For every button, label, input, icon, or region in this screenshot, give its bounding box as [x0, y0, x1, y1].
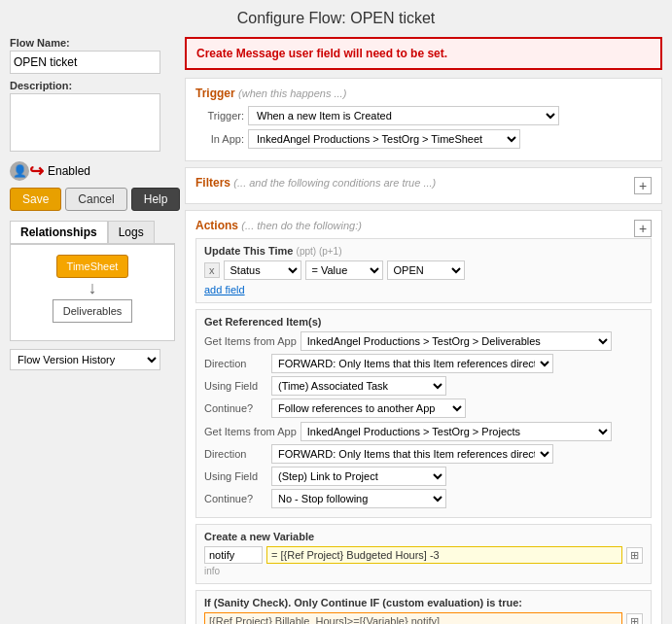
actions-section-header: Actions (... then do the following:)	[195, 219, 362, 232]
direction-label2: Direction	[204, 448, 267, 460]
flow-box-deliverables[interactable]: Deliverables	[53, 299, 133, 323]
action1-title: Update This Time (ppt) (p+1)	[204, 245, 643, 257]
description-label: Description:	[10, 80, 175, 91]
enabled-status-icon: ↪	[29, 160, 44, 182]
action2-field-select[interactable]: (Time) Associated Task	[271, 376, 446, 396]
get-items-app-label: Get Items from App	[204, 335, 297, 347]
add-field-link[interactable]: add field	[204, 284, 245, 295]
continue-label2: Continue?	[204, 493, 267, 504]
add-filter-button[interactable]: +	[634, 177, 652, 194]
action2b-direction-select[interactable]: FORWARD: Only Items that this Item refer…	[271, 444, 553, 464]
trigger-section-header: Trigger (when this happens ...)	[195, 87, 346, 100]
variable-name-input[interactable]	[204, 546, 263, 564]
continue-label: Continue?	[204, 402, 267, 414]
sanity-formula-input[interactable]	[204, 612, 622, 624]
alert-text: Create Message user field will need to b…	[196, 47, 447, 60]
tab-relationships[interactable]: Relationships	[10, 221, 108, 243]
action2-direction-select[interactable]: FORWARD: Only Items that this Item refer…	[271, 354, 553, 373]
sanity-icon-button[interactable]: ⊞	[626, 613, 643, 625]
using-field-label2: Using Field	[204, 470, 267, 482]
action4-title: If (Sanity Check). Only Continue IF (cus…	[204, 597, 643, 608]
description-input[interactable]	[10, 93, 160, 152]
save-button[interactable]: Save	[10, 188, 61, 211]
tab-logs[interactable]: Logs	[108, 221, 155, 243]
add-action-button[interactable]: +	[634, 220, 652, 237]
using-field-label: Using Field	[204, 380, 267, 392]
flow-name-input[interactable]	[10, 51, 160, 74]
action3-title: Create a new Variable	[204, 531, 643, 542]
action2-title: Get Referenced Item(s)	[204, 316, 643, 328]
filters-section-header: Filters (... and the following condition…	[195, 176, 436, 190]
user-avatar-icon: 👤	[10, 161, 29, 181]
action2b-continue-select[interactable]: No - Stop following	[271, 489, 446, 508]
action2b-app-select[interactable]: InkedAngel Productions > TestOrg > Proje…	[301, 422, 612, 441]
direction-label: Direction	[204, 358, 267, 369]
flow-version-select[interactable]: Flow Version History	[10, 349, 160, 370]
action2-continue-select[interactable]: Follow references to another App	[271, 399, 466, 418]
action2b-field-select[interactable]: (Step) Link to Project	[271, 467, 446, 486]
formula-input[interactable]	[266, 546, 622, 564]
alert-box: Create Message user field will need to b…	[185, 37, 662, 70]
action2-app-select[interactable]: InkedAngel Productions > TestOrg > Deliv…	[301, 331, 612, 351]
action1-eq-select[interactable]: = Value	[305, 260, 383, 280]
help-button[interactable]: Help	[131, 188, 181, 211]
trigger-type-select[interactable]: When a new Item is Created	[248, 106, 559, 125]
trigger-app-select[interactable]: InkedAngel Productions > TestOrg > TimeS…	[248, 129, 520, 149]
get-items-app-label2: Get Items from App	[204, 426, 297, 437]
action1-value-select[interactable]: OPEN	[387, 260, 465, 280]
action1-field-select[interactable]: Status	[224, 260, 301, 280]
flow-name-label: Flow Name:	[10, 37, 175, 49]
action1-remove-button[interactable]: x	[204, 262, 220, 278]
enabled-label: Enabled	[48, 164, 90, 178]
trigger-label: Trigger:	[195, 110, 244, 121]
page-title: Configure Flow: OPEN ticket	[10, 10, 662, 27]
formula-icon-button[interactable]: ⊞	[626, 547, 643, 564]
flow-down-arrow: ↓	[88, 278, 97, 299]
flow-box-timesheet[interactable]: TimeSheet	[56, 255, 129, 278]
cancel-button[interactable]: Cancel	[65, 188, 126, 211]
formula-hint: info	[204, 566, 220, 576]
in-app-label: In App:	[195, 133, 244, 145]
